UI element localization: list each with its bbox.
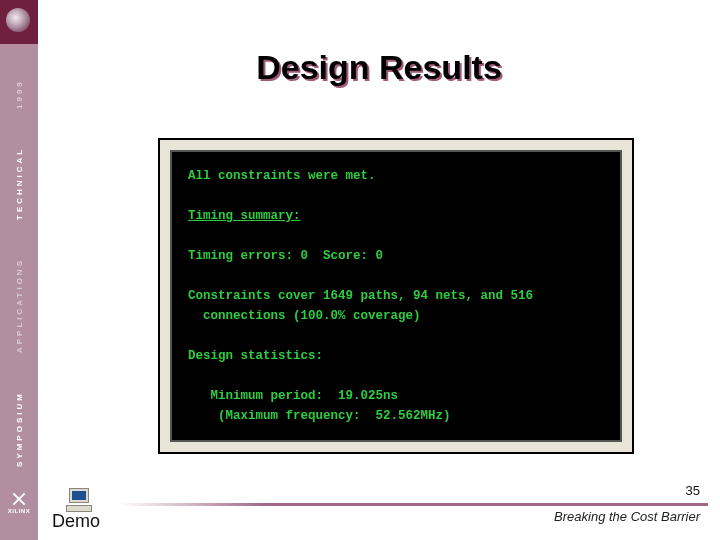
vendor-logo: XILINX	[0, 488, 38, 518]
term-constraints-2: connections (100.0% coverage)	[188, 309, 421, 323]
term-stats-heading: Design statistics:	[188, 349, 323, 363]
sidebar: SYMPOSIUM APPLICATIONS TECHNICAL 1999 XI…	[0, 0, 38, 540]
sidebar-word-2: APPLICATIONS	[15, 258, 24, 353]
term-score-label: Score:	[308, 249, 376, 263]
footer-tagline: Breaking the Cost Barrier	[554, 509, 700, 524]
term-constraints-1: Constraints cover 1649 paths, 94 nets, a…	[188, 289, 533, 303]
term-score-value: 0	[376, 249, 384, 263]
page-number: 35	[686, 483, 700, 498]
sidebar-word-3: TECHNICAL	[15, 147, 24, 220]
vendor-name: XILINX	[8, 508, 30, 514]
term-errors-value: 0	[301, 249, 309, 263]
computer-icon	[66, 488, 92, 512]
sidebar-vertical-text: SYMPOSIUM APPLICATIONS TECHNICAL 1999	[4, 60, 34, 486]
term-line-1: All constraints were met.	[188, 169, 376, 183]
sidebar-year: 1999	[15, 79, 24, 109]
sidebar-word-1: SYMPOSIUM	[15, 391, 24, 467]
term-errors-label: Timing errors:	[188, 249, 301, 263]
disc-icon	[0, 0, 38, 44]
slide-title: Design Results	[38, 48, 720, 87]
term-min-period: Minimum period: 19.025ns	[188, 389, 398, 403]
footer-rule	[118, 503, 708, 506]
slide: SYMPOSIUM APPLICATIONS TECHNICAL 1999 XI…	[0, 0, 720, 540]
terminal-frame: All constraints were met. Timing summary…	[158, 138, 634, 454]
term-summary-heading: Timing summary:	[188, 209, 301, 223]
term-max-freq: (Maximum frequency: 52.562MHz)	[188, 409, 451, 423]
x-icon	[12, 492, 26, 506]
demo-label: Demo	[52, 511, 100, 532]
terminal-output: All constraints were met. Timing summary…	[170, 150, 622, 442]
